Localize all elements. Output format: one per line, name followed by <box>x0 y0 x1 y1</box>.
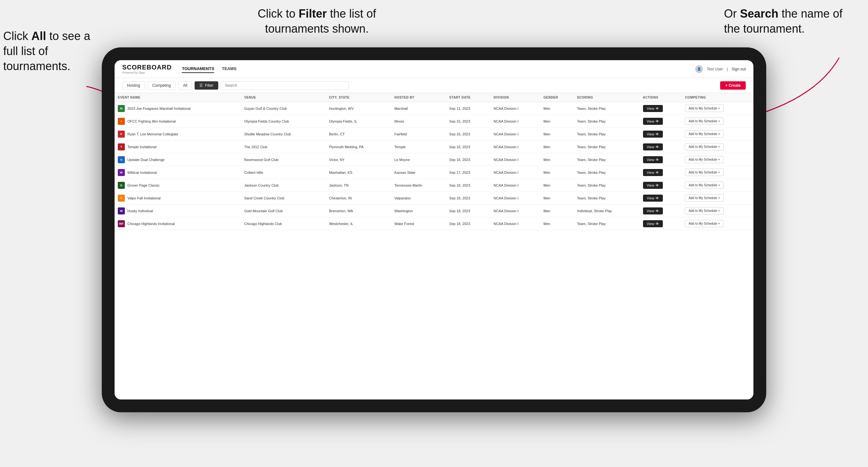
eye-icon-5: 👁 <box>655 170 659 175</box>
cell-competing-6: Add to My Schedule + <box>682 179 753 192</box>
add-schedule-button-4[interactable]: Add to My Schedule + <box>685 156 723 163</box>
view-button-2[interactable]: View 👁 <box>643 131 663 137</box>
cell-competing-3: Add to My Schedule + <box>682 141 753 153</box>
cell-competing-2: Add to My Schedule + <box>682 128 753 141</box>
team-logo-4: U <box>118 156 125 163</box>
cell-start-date-6: Sep 18, 2023 <box>446 179 491 192</box>
cell-actions-3: View 👁 <box>640 141 682 153</box>
add-schedule-button-5[interactable]: Add to My Schedule + <box>685 169 723 176</box>
add-schedule-button-2[interactable]: Add to My Schedule + <box>685 130 723 137</box>
add-schedule-button-7[interactable]: Add to My Schedule + <box>685 194 723 201</box>
cell-event-name-2: F Ryan T. Lee Memorial Collegiate <box>115 128 241 141</box>
team-logo-2: F <box>118 131 125 137</box>
cell-division-3: NCAA Division I <box>490 141 540 153</box>
team-logo-6: G <box>118 182 125 189</box>
nav-tab-tournaments[interactable]: TOURNAMENTS <box>182 65 214 73</box>
cell-hosted-by-5: Kansas State <box>391 166 446 179</box>
search-input[interactable] <box>221 81 349 90</box>
annotation-all-bold: All <box>31 29 46 42</box>
view-button-1[interactable]: View 👁 <box>643 118 663 125</box>
nav-tabs: TOURNAMENTS TEAMS <box>182 65 695 73</box>
event-name-4: Upstate Dual Challenge <box>127 158 164 162</box>
view-button-6[interactable]: View 👁 <box>643 182 663 189</box>
cell-actions-6: View 👁 <box>640 179 682 192</box>
cell-hosted-by-6: Tennessee-Martin <box>391 179 446 192</box>
app-logo-sub: Powered by clippi <box>122 71 172 74</box>
cell-division-6: NCAA Division I <box>490 179 540 192</box>
cell-competing-7: Add to My Schedule + <box>682 192 753 205</box>
cell-city-state-5: Manhattan, KS <box>326 166 391 179</box>
cell-hosted-by-1: Illinois <box>391 115 446 128</box>
avatar: 👤 <box>695 65 703 73</box>
eye-icon-1: 👁 <box>655 119 659 123</box>
col-hosted-by: HOSTED BY <box>391 93 446 102</box>
tournaments-table-container[interactable]: EVENT NAME VENUE CITY, STATE HOSTED BY S… <box>115 93 753 400</box>
view-button-8[interactable]: View 👁 <box>643 208 663 214</box>
cell-city-state-1: Olympia Fields, IL <box>326 115 391 128</box>
add-schedule-button-6[interactable]: Add to My Schedule + <box>685 182 723 189</box>
view-button-7[interactable]: View 👁 <box>643 195 663 201</box>
app-header: SCOREBOARD Powered by clippi TOURNAMENTS… <box>115 60 753 78</box>
add-schedule-button-0[interactable]: Add to My Schedule + <box>685 105 723 112</box>
cell-event-name-3: T Temple Invitational <box>115 141 241 153</box>
cell-venue-7: Sand Creek Country Club <box>241 192 326 205</box>
filter-button[interactable]: ☰ Filter <box>195 81 218 90</box>
cell-gender-5: Men <box>540 166 574 179</box>
table-row: V Valpo Fall Invitational Sand Creek Cou… <box>115 192 753 205</box>
cell-city-state-9: Westchester, IL <box>326 217 391 230</box>
view-button-9[interactable]: View 👁 <box>643 220 663 227</box>
header-separator: | <box>727 67 728 71</box>
cell-division-4: NCAA Division I <box>490 153 540 166</box>
cell-hosted-by-7: Valparaiso <box>391 192 446 205</box>
cell-division-9: NCAA Division I <box>490 217 540 230</box>
cell-actions-7: View 👁 <box>640 192 682 205</box>
cell-gender-1: Men <box>540 115 574 128</box>
cell-start-date-1: Sep 15, 2023 <box>446 115 491 128</box>
cell-division-0: NCAA Division I <box>490 102 540 115</box>
eye-icon-3: 👁 <box>655 145 659 149</box>
tab-competing[interactable]: Competing <box>148 81 176 90</box>
tab-hosting[interactable]: Hosting <box>122 81 145 90</box>
col-actions: ACTIONS <box>640 93 682 102</box>
cell-city-state-4: Victor, NY <box>326 153 391 166</box>
team-logo-7: V <box>118 195 125 201</box>
cell-event-name-6: G Grover Page Classic <box>115 179 241 192</box>
cell-city-state-8: Bremerton, WA <box>326 205 391 217</box>
tab-all[interactable]: All <box>178 81 192 90</box>
view-button-3[interactable]: View 👁 <box>643 144 663 150</box>
event-name-6: Grover Page Classic <box>127 183 160 187</box>
header-right: 👤 Test User | Sign out <box>695 65 746 73</box>
cell-actions-8: View 👁 <box>640 205 682 217</box>
cell-actions-4: View 👁 <box>640 153 682 166</box>
add-schedule-button-3[interactable]: Add to My Schedule + <box>685 143 723 150</box>
logo-area: SCOREBOARD Powered by clippi <box>122 64 172 74</box>
event-name-3: Temple Invitational <box>127 145 156 149</box>
create-button[interactable]: + Create <box>720 81 746 90</box>
add-schedule-button-1[interactable]: Add to My Schedule + <box>685 118 723 125</box>
cell-event-name-7: V Valpo Fall Invitational <box>115 192 241 205</box>
eye-icon-2: 👁 <box>655 132 659 136</box>
team-logo-0: M <box>118 105 125 112</box>
app-logo: SCOREBOARD <box>122 64 172 71</box>
view-button-5[interactable]: View 👁 <box>643 169 663 176</box>
add-schedule-button-8[interactable]: Add to My Schedule + <box>685 207 723 214</box>
cell-division-1: NCAA Division I <box>490 115 540 128</box>
user-name: Test User <box>707 67 723 71</box>
view-button-0[interactable]: View 👁 <box>643 105 663 112</box>
tournaments-table: EVENT NAME VENUE CITY, STATE HOSTED BY S… <box>115 93 753 230</box>
cell-scoring-8: Individual, Stroke Play <box>574 205 640 217</box>
cell-division-8: NCAA Division I <box>490 205 540 217</box>
sign-out-link[interactable]: Sign out <box>732 67 746 71</box>
event-name-1: OFCC Fighting Illini Invitational <box>127 119 176 123</box>
cell-division-5: NCAA Division I <box>490 166 540 179</box>
view-button-4[interactable]: View 👁 <box>643 156 663 163</box>
col-scoring: SCORING <box>574 93 640 102</box>
cell-scoring-3: Team, Stroke Play <box>574 141 640 153</box>
add-schedule-button-9[interactable]: Add to My Schedule + <box>685 220 723 227</box>
annotation-top-right: Or Search the name of the tournament. <box>724 6 859 36</box>
table-row: WF Chicago Highlands Invitational Chicag… <box>115 217 753 230</box>
nav-tab-teams[interactable]: TEAMS <box>222 65 237 73</box>
cell-gender-3: Men <box>540 141 574 153</box>
annotation-left: Click All to see a full list of tourname… <box>3 29 93 73</box>
cell-start-date-8: Sep 18, 2023 <box>446 205 491 217</box>
